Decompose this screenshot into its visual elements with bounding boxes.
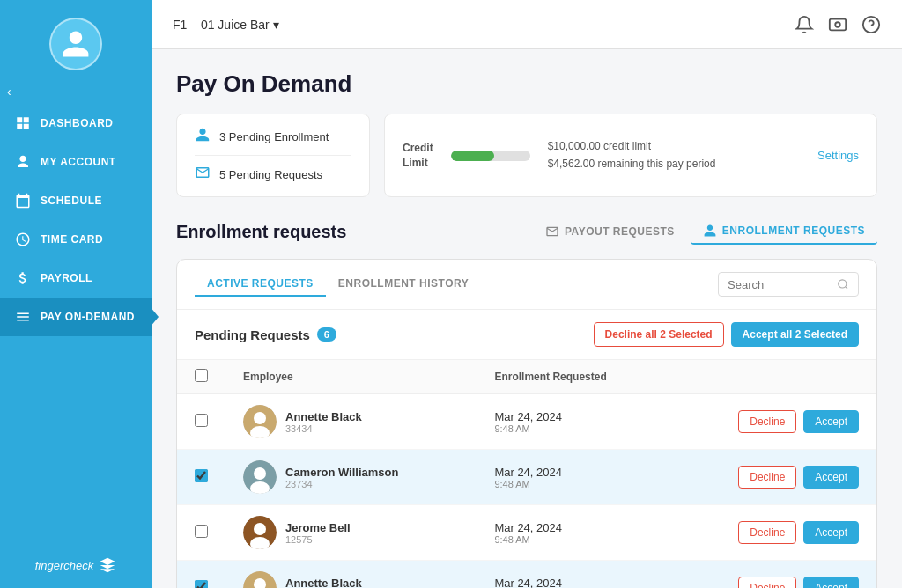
main-content: F1 – 01 Juice Bar ▾ Pay On Demand 3 Pend… (152, 0, 902, 588)
dashboard-icon (14, 114, 32, 132)
employee-cell: Annette Black 33434 (243, 405, 459, 438)
employee-name: Annette Black (285, 410, 362, 423)
enrollment-time: 9:48 AM (494, 423, 654, 434)
sidebar-item-pay-on-demand[interactable]: Pay On-Demand (0, 298, 152, 336)
payout-requests-tab-label: Payout Requests (565, 225, 675, 238)
search-box[interactable] (718, 272, 859, 297)
requests-icon (195, 165, 211, 184)
pending-count-badge: 6 (317, 327, 336, 342)
employee-name: Jerome Bell (285, 521, 351, 534)
sidebar-item-label: Time Card (41, 233, 103, 246)
employee-info: Annette Black 33434 (285, 577, 362, 589)
settings-link[interactable]: Settings (817, 149, 859, 162)
decline-button-1[interactable]: Decline (738, 466, 796, 489)
accept-button-3[interactable]: Accept (803, 577, 859, 588)
row-checkbox-3[interactable] (195, 580, 208, 588)
requests-table: Employee Enrollment Requested Annette Bl… (177, 360, 876, 588)
svg-point-10 (254, 467, 266, 480)
pending-requests-text: 5 Pending Requests (219, 168, 322, 181)
header-icons (795, 15, 881, 34)
decline-button-0[interactable]: Decline (738, 410, 796, 433)
sidebar-item-dashboard[interactable]: Dashboard (0, 104, 152, 143)
bell-icon[interactable] (795, 15, 814, 34)
credit-label: CreditLimit (403, 141, 433, 171)
decline-button-2[interactable]: Decline (738, 521, 796, 544)
location-selector[interactable]: F1 – 01 Juice Bar ▾ (173, 18, 279, 32)
credit-limit-card: CreditLimit $10,000.00 credit limit $4,5… (384, 114, 877, 197)
svg-rect-0 (830, 18, 846, 30)
tab-payout-requests[interactable]: Payout Requests (533, 219, 687, 244)
accept-button-2[interactable]: Accept (803, 521, 859, 544)
accept-button-1[interactable]: Accept (803, 466, 859, 489)
dollar-icon (14, 269, 32, 287)
row-checkbox-1[interactable] (195, 469, 208, 482)
select-all-checkbox[interactable] (195, 369, 208, 382)
table-header-row: Employee Enrollment Requested (177, 360, 876, 394)
svg-line-5 (846, 287, 847, 289)
tab-active-requests[interactable]: Active Requests (195, 272, 326, 297)
row-checkbox-0[interactable] (195, 414, 208, 427)
table-tabs: Active Requests Enrollment History (195, 272, 481, 297)
tab-enrollment-requests[interactable]: Enrollment Requests (691, 218, 877, 245)
pending-title: Pending Requests 6 (195, 327, 336, 342)
employee-info: Cameron Williamson 23734 (285, 466, 398, 489)
search-input[interactable] (728, 278, 832, 291)
enrollment-date: Mar 24, 2024 (494, 521, 654, 534)
stats-row: 3 Pending Enrollment 5 Pending Requests … (176, 114, 877, 197)
employee-avatar (243, 516, 277, 549)
table-row: Annette Black 33434 Mar 24, 2024 9:48 AM… (177, 561, 876, 589)
pending-requests-stat: 5 Pending Requests (195, 165, 351, 184)
help-icon[interactable] (861, 15, 881, 34)
svg-point-1 (835, 22, 840, 27)
enrollment-tabs: Payout Requests Enrollment Requests (533, 218, 877, 245)
enrollment-title: Enrollment requests (176, 222, 346, 242)
svg-point-13 (254, 523, 266, 535)
sidebar-item-label: Dashboard (41, 117, 114, 129)
payout-icon (545, 224, 559, 239)
avatar (49, 18, 102, 70)
accept-all-button[interactable]: Accept all 2 Selected (731, 322, 859, 347)
pending-enrollment-text: 3 Pending Enrollment (219, 130, 329, 143)
calendar-icon (14, 192, 32, 209)
header: F1 – 01 Juice Bar ▾ (152, 0, 902, 49)
table-row: Cameron Williamson 23734 Mar 24, 2024 9:… (177, 450, 876, 505)
employee-name: Annette Black (285, 577, 362, 589)
tab-enrollment-history[interactable]: Enrollment History (326, 272, 481, 297)
employee-id: 12575 (285, 534, 351, 545)
col-header-employee: Employee (226, 360, 477, 394)
sidebar: ‹ Dashboard My Account Schedule Time Car… (0, 0, 152, 588)
sidebar-item-my-account[interactable]: My Account (0, 143, 152, 181)
sidebar-item-schedule[interactable]: Schedule (0, 181, 152, 220)
enrollment-tab-icon (703, 224, 717, 238)
sidebar-item-time-card[interactable]: Time Card (0, 220, 152, 259)
sidebar-item-payroll[interactable]: Payroll (0, 259, 152, 298)
employee-avatar (243, 571, 277, 588)
row-checkbox-2[interactable] (195, 525, 208, 538)
enrollment-date: Mar 24, 2024 (494, 577, 654, 589)
credit-bar-fill (451, 151, 495, 161)
sidebar-item-label: Pay On-Demand (41, 311, 135, 323)
decline-all-button[interactable]: Decline all 2 Selected (594, 322, 724, 347)
employee-avatar (243, 405, 277, 438)
nav-menu: Dashboard My Account Schedule Time Card … (0, 104, 152, 336)
user-card-icon[interactable] (828, 15, 847, 34)
enrollment-requests-tab-label: Enrollment Requests (722, 224, 865, 237)
credit-amounts: $10,000.00 credit limit $4,562.00 remain… (548, 138, 716, 172)
sidebar-collapse-button[interactable]: ‹ (0, 79, 152, 104)
logo-text: fingercheck (35, 559, 93, 572)
credit-limit-text: $10,000.00 credit limit (548, 138, 716, 155)
employee-info: Annette Black 33434 (285, 410, 362, 434)
enrollment-time: 9:48 AM (494, 479, 654, 489)
page-content: Pay On Demand 3 Pending Enrollment 5 Pen… (152, 49, 902, 588)
enrollment-date: Mar 24, 2024 (494, 410, 654, 423)
decline-button-3[interactable]: Decline (738, 577, 796, 588)
table-row: Annette Black 33434 Mar 24, 2024 9:48 AM… (177, 394, 876, 450)
row-actions: Decline Accept (689, 466, 859, 489)
enrollment-section-header: Enrollment requests Payout Requests Enro… (176, 218, 877, 245)
location-text: F1 – 01 Juice Bar (173, 18, 270, 32)
employee-id: 33434 (285, 423, 362, 434)
clock-icon (14, 231, 32, 248)
credit-bar-background (451, 151, 530, 161)
employee-cell: Jerome Bell 12575 (243, 516, 459, 549)
accept-button-0[interactable]: Accept (803, 410, 859, 433)
